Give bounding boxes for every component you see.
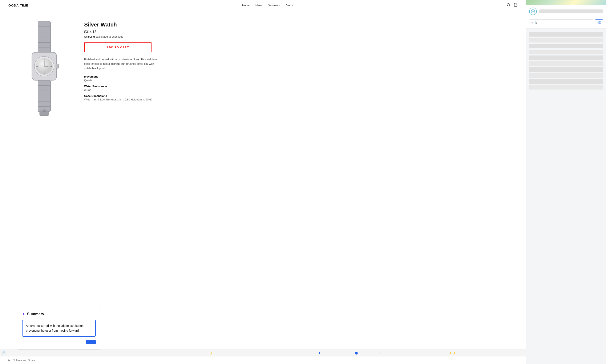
add-to-cart-button[interactable]: ADD TO CART <box>84 42 152 52</box>
svg-rect-30 <box>598 21 599 22</box>
tl-segment-blue-5 <box>358 353 379 353</box>
header-icons <box>507 3 518 8</box>
product-shipping: Shipping calculated at checkout. <box>84 35 173 38</box>
nav-home[interactable]: Home <box>242 4 249 7</box>
triangle-icon: ▶ <box>8 359 10 362</box>
list-item[interactable] <box>529 85 603 90</box>
tl-dotted-1 <box>381 353 448 353</box>
summary-actions <box>22 340 96 344</box>
timeline-track: 📄 ⚡ ••• ⚡ ⚡ <box>2 351 524 355</box>
rp-search-q-icon: 🔍 <box>535 21 537 24</box>
svg-line-1 <box>509 5 510 6</box>
product-spec-movement: Movement Quartz <box>84 75 173 82</box>
tl-bolt-icon-1: ⚡ <box>210 351 213 354</box>
list-item[interactable] <box>529 73 603 78</box>
summary-text: An error occurred with the add to cart b… <box>26 324 92 333</box>
product-title: Silver Watch <box>84 21 173 28</box>
summary-text-box: An error occurred with the add to cart b… <box>22 320 96 337</box>
page-wrapper: OODA TIME Home Men's Women's Decor <box>0 0 606 364</box>
note-icon: 🗒 <box>13 359 15 362</box>
product-section: Silver Watch $314.15 Shipping calculated… <box>0 11 526 307</box>
tl-doc-icon: 📄 <box>2 351 6 355</box>
svg-point-0 <box>507 3 510 6</box>
note-and-share-button[interactable]: 🗒 Note and Share <box>13 359 35 362</box>
rp-search-row: ≡ 🔍 <box>526 17 606 29</box>
product-spec-dimensions: Case Dimensions Width mm: 38.00 Thicknes… <box>84 94 173 101</box>
right-panel: ≡ 🔍 <box>526 0 606 364</box>
product-price: $314.15 <box>84 30 173 34</box>
rp-title-bar <box>539 10 603 13</box>
avatar <box>529 8 537 15</box>
list-item[interactable] <box>529 32 603 37</box>
logo: OODA TIME <box>8 4 28 7</box>
list-item[interactable] <box>529 50 603 54</box>
list-item[interactable] <box>529 44 603 48</box>
nav-decor[interactable]: Decor <box>286 4 293 7</box>
rp-filter-button[interactable] <box>595 19 603 26</box>
summary-panel: ✦ Summary An error occurred with the add… <box>17 307 101 350</box>
rp-list <box>526 29 606 364</box>
shipping-link[interactable]: Shipping <box>84 35 95 38</box>
summary-header: ✦ Summary <box>22 312 96 316</box>
tl-segment-orange-2 <box>457 353 524 353</box>
map-thumbnail <box>526 0 606 5</box>
tl-tick-2 <box>380 352 380 354</box>
nav: Home Men's Women's Decor <box>242 4 293 7</box>
summary-title: Summary <box>27 312 44 316</box>
tl-bolt-icon-2: ⚡ <box>449 351 452 354</box>
list-item[interactable] <box>529 38 603 42</box>
svg-rect-32 <box>598 23 599 24</box>
bottom-bar: ▶ 🗒 Note and Share <box>0 356 526 364</box>
summary-action-button[interactable] <box>86 340 96 344</box>
cart-icon[interactable] <box>514 3 518 8</box>
product-image-col <box>17 19 71 302</box>
svg-rect-18 <box>56 64 58 68</box>
tl-segment-orange-1 <box>7 353 74 353</box>
right-panel-header <box>526 5 606 17</box>
timeline-bar: 📄 ⚡ ••• ⚡ ⚡ <box>0 350 526 356</box>
tl-segment-blue-4 <box>320 353 354 353</box>
svg-rect-33 <box>599 23 600 24</box>
spark-icon: ✦ <box>22 312 25 316</box>
list-item[interactable] <box>529 79 603 84</box>
main-content: OODA TIME Home Men's Women's Decor <box>0 0 526 364</box>
rp-search-input[interactable]: ≡ 🔍 <box>529 19 593 26</box>
tl-main-dot <box>355 351 358 354</box>
tl-segment-blue-3 <box>251 353 318 353</box>
nav-womens[interactable]: Women's <box>268 4 280 7</box>
list-item[interactable] <box>529 55 603 60</box>
header: OODA TIME Home Men's Women's Decor <box>0 0 526 11</box>
product-image <box>23 21 65 141</box>
tl-dots-1: ••• <box>248 352 250 354</box>
tl-bolt-icon-3: ⚡ <box>453 351 456 354</box>
list-item[interactable] <box>529 67 603 72</box>
tl-segment-blue-1 <box>74 353 209 353</box>
svg-point-27 <box>531 10 535 13</box>
list-item[interactable] <box>529 61 603 66</box>
product-description: Polished and poised with an understated … <box>84 57 160 70</box>
svg-rect-26 <box>43 110 45 111</box>
product-details-col: Silver Watch $314.15 Shipping calculated… <box>84 19 173 302</box>
tl-tick-1 <box>319 352 320 354</box>
search-icon[interactable] <box>507 3 510 8</box>
svg-rect-31 <box>599 21 600 22</box>
nav-mens[interactable]: Men's <box>255 4 262 7</box>
rp-search-icon: ≡ <box>532 21 533 24</box>
product-spec-water: Water Resistance 3 Bar <box>84 85 173 91</box>
tl-segment-blue-2 <box>214 353 247 353</box>
